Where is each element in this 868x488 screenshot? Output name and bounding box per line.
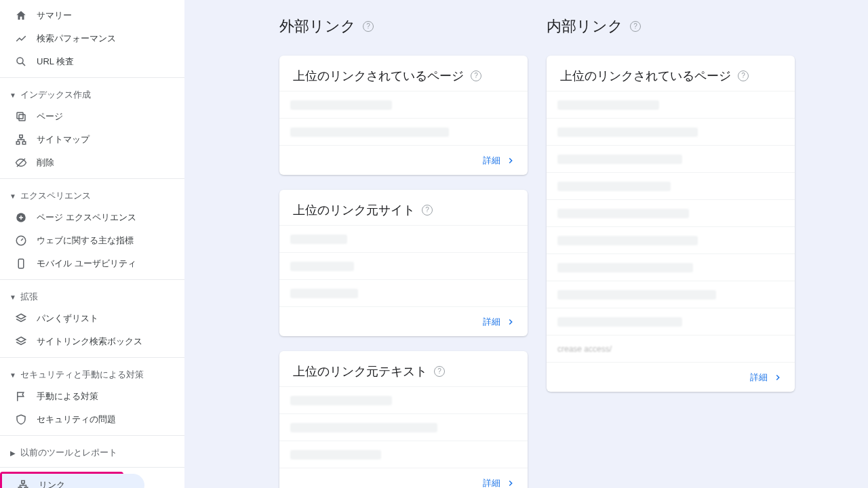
help-icon[interactable]: ? [471, 70, 481, 81]
list-item[interactable] [547, 172, 795, 199]
card-title: 上位のリンクされているページ [293, 68, 464, 84]
chevron-right-icon [506, 479, 515, 488]
svg-marker-11 [16, 314, 26, 319]
eye-off-icon [15, 157, 27, 169]
sidebar-item-sitelinks-search[interactable]: サイトリンク検索ボックス [0, 330, 184, 353]
help-icon[interactable]: ? [738, 70, 749, 81]
divider [0, 357, 184, 358]
sidebar-item-label: 手動による対策 [37, 390, 98, 403]
list-item[interactable] [547, 199, 795, 226]
list-item[interactable] [547, 308, 795, 335]
sidebar-group-label: エクスペリエンス [20, 190, 91, 202]
list-item[interactable] [279, 91, 528, 118]
list-item[interactable] [279, 413, 528, 441]
chevron-right-icon: ▶ [8, 449, 18, 457]
card-top-linking-text: 上位のリンク元テキスト ? 詳細 [279, 351, 528, 488]
svg-point-0 [17, 58, 23, 64]
help-icon[interactable]: ? [434, 366, 445, 377]
sidebar-item-url-inspect[interactable]: URL 検査 [0, 50, 184, 73]
details-label: 詳細 [750, 371, 768, 384]
list-item[interactable] [547, 91, 795, 118]
card-top-linking-sites: 上位のリンク元サイト ? 詳細 [279, 190, 528, 336]
link-tree-icon [17, 479, 29, 488]
list-item[interactable] [547, 118, 795, 145]
details-link[interactable]: 詳細 [483, 155, 515, 167]
sidebar-group-indexing[interactable]: ▼ インデックス作成 [0, 82, 184, 105]
external-links-column: 外部リンク ? 上位のリンクされているページ ? 詳細 [279, 16, 528, 488]
list-item[interactable] [547, 145, 795, 172]
sidebar-item-label: リンク [39, 479, 65, 488]
shield-icon [15, 413, 27, 426]
list-item[interactable] [547, 226, 795, 253]
divider [0, 435, 184, 436]
card-title: 上位のリンクされているページ [560, 68, 731, 84]
sidebar-group-experience[interactable]: ▼ エクスペリエンス [0, 183, 184, 206]
layers-icon [15, 336, 27, 348]
list-item[interactable] [279, 386, 528, 413]
copy-icon [15, 110, 27, 123]
sidebar-item-security-issues[interactable]: セキュリティの問題 [0, 408, 184, 431]
search-icon [15, 56, 27, 68]
sidebar-group-enhancements[interactable]: ▼ 拡張 [0, 284, 184, 307]
sidebar-item-removals[interactable]: 削除 [0, 151, 184, 174]
sidebar-item-search-performance[interactable]: 検索パフォーマンス [0, 27, 184, 50]
sidebar-item-pages[interactable]: ページ [0, 105, 184, 128]
sidebar-item-page-experience[interactable]: ページ エクスペリエンス [0, 206, 184, 229]
list-item[interactable] [279, 225, 528, 252]
flag-icon [15, 390, 27, 403]
sidebar-item-links[interactable]: リンク [2, 474, 144, 488]
sidebar-item-breadcrumbs[interactable]: パンくずリスト [0, 307, 184, 330]
sidebar-item-core-web-vitals[interactable]: ウェブに関する主な指標 [0, 229, 184, 252]
list-item[interactable] [279, 441, 528, 468]
details-label: 詳細 [483, 477, 500, 489]
help-icon[interactable]: ? [363, 21, 374, 32]
sidebar-item-label: セキュリティの問題 [37, 413, 116, 426]
help-icon[interactable]: ? [422, 205, 433, 216]
chevron-down-icon: ▼ [8, 293, 18, 301]
sidebar-item-mobile-usability[interactable]: モバイル ユーザビリティ [0, 252, 184, 275]
sidebar-item-label: ページ [37, 110, 63, 123]
sidebar-group-label: インデックス作成 [20, 89, 91, 101]
plus-circle-icon [15, 211, 27, 224]
phone-icon [15, 258, 27, 270]
card-title: 上位のリンク元サイト [293, 202, 415, 218]
chevron-right-icon [506, 156, 515, 165]
svg-rect-2 [19, 115, 25, 121]
sidebar-item-label: サイトマップ [37, 134, 90, 146]
help-icon[interactable]: ? [630, 21, 641, 32]
sidebar-item-manual-actions[interactable]: 手動による対策 [0, 385, 184, 408]
divider [0, 467, 184, 468]
trend-icon [15, 33, 27, 45]
details-link[interactable]: 詳細 [483, 477, 515, 489]
sidebar-group-legacy[interactable]: ▶ 以前のツールとレポート [0, 440, 184, 463]
chevron-down-icon: ▼ [8, 192, 18, 200]
list-item[interactable] [547, 253, 795, 281]
sidebar: サマリー 検索パフォーマンス URL 検査 ▼ インデックス作成 ページ サイト… [0, 0, 184, 488]
details-link[interactable]: 詳細 [750, 371, 783, 384]
sidebar-item-sitemaps[interactable]: サイトマップ [0, 128, 184, 151]
divider [0, 279, 184, 280]
column-title: 内部リンク [547, 16, 623, 37]
chevron-down-icon: ▼ [8, 92, 18, 99]
internal-links-column: 内部リンク ? 上位のリンクされているページ ? crease access/ [547, 16, 795, 488]
list-item[interactable]: crease access/ [547, 335, 795, 362]
sidebar-group-security[interactable]: ▼ セキュリティと手動による対策 [0, 362, 184, 385]
sidebar-item-label: URL 検査 [37, 56, 74, 68]
divider [0, 178, 184, 179]
list-item[interactable] [279, 118, 528, 145]
list-item[interactable] [279, 279, 528, 306]
sidebar-group-label: セキュリティと手動による対策 [20, 369, 144, 381]
details-label: 詳細 [483, 316, 500, 328]
main-content: 外部リンク ? 上位のリンクされているページ ? 詳細 [184, 0, 868, 488]
chevron-right-icon [506, 317, 515, 327]
divider [0, 77, 184, 78]
sidebar-item-summary[interactable]: サマリー [0, 4, 184, 27]
sidebar-item-label: サマリー [37, 9, 72, 22]
svg-rect-10 [18, 259, 24, 268]
list-item[interactable] [547, 281, 795, 308]
sidebar-item-label: 検索パフォーマンス [37, 33, 116, 45]
details-link[interactable]: 詳細 [483, 316, 515, 328]
sitemap-icon [15, 134, 27, 146]
sidebar-item-label: ウェブに関する主な指標 [37, 235, 134, 247]
list-item[interactable] [279, 252, 528, 279]
